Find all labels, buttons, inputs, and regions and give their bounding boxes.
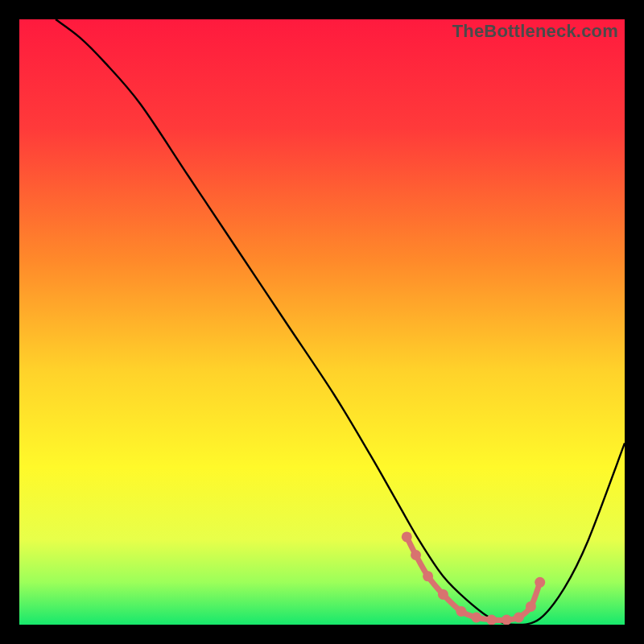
optimal-point [471, 612, 481, 622]
optimal-point [535, 577, 545, 588]
plot-area: TheBottleneck.com [19, 19, 625, 625]
optimal-point [402, 531, 412, 542]
optimal-point [526, 601, 536, 612]
gradient-background [19, 19, 625, 625]
optimal-point [502, 614, 512, 625]
optimal-point [456, 606, 466, 617]
optimal-point [438, 589, 448, 600]
optimal-point [423, 571, 433, 581]
optimal-point [411, 550, 421, 560]
optimal-point [514, 612, 524, 622]
optimal-point [486, 614, 497, 625]
watermark-text: TheBottleneck.com [452, 21, 618, 42]
chart-frame: TheBottleneck.com [0, 0, 644, 644]
chart-canvas [19, 19, 625, 625]
